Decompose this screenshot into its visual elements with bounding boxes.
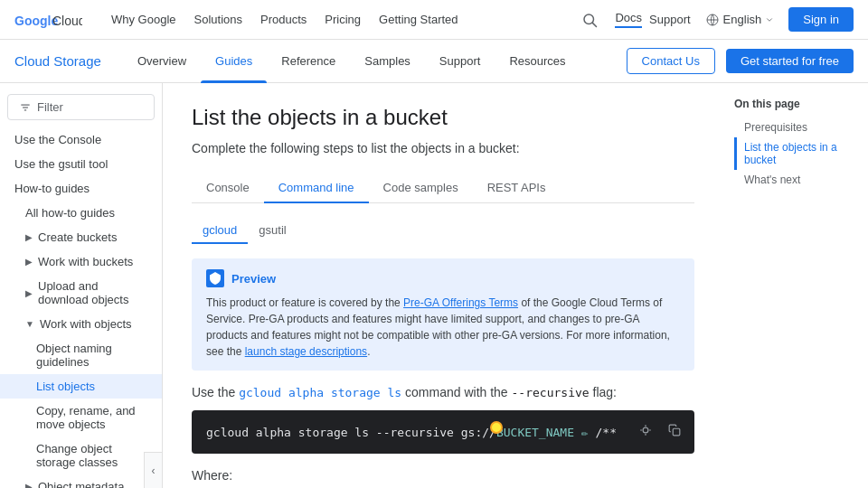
google-cloud-logo[interactable]: Google Cloud: [14, 9, 82, 31]
sidebar-item-label: List objects: [36, 380, 95, 393]
chevron-down-icon: ▼: [25, 319, 34, 329]
sidebar-item-label: Object metadata: [38, 480, 124, 488]
sidebar-item-object-naming[interactable]: Object naming guidelines: [0, 336, 162, 374]
toc-whats-next[interactable]: What's next: [734, 170, 857, 190]
preview-box: Preview This product or feature is cover…: [192, 258, 694, 371]
sidebar-item-label: Object naming guidelines: [36, 342, 147, 369]
chevron-right-icon: ▶: [25, 288, 33, 298]
top-nav-links: Why Google Solutions Products Pricing Ge…: [104, 0, 571, 40]
support-link[interactable]: Support: [649, 13, 691, 26]
svg-line-3: [593, 23, 597, 26]
where-label: Where:: [192, 468, 694, 483]
nav-overview[interactable]: Overview: [123, 40, 201, 83]
toc-prerequisites[interactable]: Prerequisites: [734, 117, 857, 137]
sidebar-item-label: Change object storage classes: [36, 442, 147, 469]
content-tabs: Console Command line Code samples REST A…: [192, 174, 694, 203]
sidebar-filter[interactable]: Filter: [7, 94, 155, 120]
sub-tab-gsutil[interactable]: gsutil: [248, 218, 297, 244]
get-started-button[interactable]: Get started for free: [726, 49, 854, 73]
toc-title: On this page: [734, 98, 857, 110]
preview-label: Preview: [231, 272, 276, 286]
contact-us-button[interactable]: Contact Us: [627, 48, 715, 74]
tab-rest-apis[interactable]: REST APIs: [473, 174, 561, 203]
sidebar-item-change-storage[interactable]: Change object storage classes: [0, 436, 162, 474]
sidebar-item-work-objects[interactable]: ▼ Work with objects: [0, 312, 162, 336]
chevron-down-icon: [765, 15, 774, 24]
preview-header: Preview: [206, 269, 680, 287]
code-content: gcloud alpha storage ls --recursive gs:/…: [206, 426, 617, 439]
top-navigation: Google Cloud Why Google Solutions Produc…: [0, 0, 868, 40]
copy-button[interactable]: [662, 418, 687, 443]
sidebar-item-label: All how-to guides: [25, 206, 115, 220]
toc-list-objects[interactable]: List the objects in a bucket: [734, 137, 857, 170]
nav-solutions[interactable]: Solutions: [187, 0, 250, 40]
nav-products[interactable]: Products: [253, 0, 314, 40]
product-nav-links: Overview Guides Reference Samples Suppor…: [123, 40, 627, 83]
product-navigation: Cloud Storage Overview Guides Reference …: [0, 40, 868, 83]
chevron-right-icon: ▶: [25, 257, 33, 267]
sidebar-item-list-objects[interactable]: List objects: [0, 374, 162, 399]
svg-text:Cloud: Cloud: [52, 14, 82, 28]
sidebar-item-create-buckets[interactable]: ▶ Create buckets: [0, 225, 162, 249]
filter-icon: [19, 101, 32, 114]
page-subtitle: Complete the following steps to list the…: [192, 141, 694, 155]
sidebar-item-all-howto[interactable]: All how-to guides: [0, 201, 162, 225]
sidebar-item-work-buckets[interactable]: ▶ Work with buckets: [0, 249, 162, 274]
sidebar-item-label: How-to guides: [14, 182, 90, 195]
sidebar-item-use-console[interactable]: Use the Console: [0, 127, 162, 152]
nav-resources[interactable]: Resources: [495, 40, 580, 83]
nav-getting-started[interactable]: Getting Started: [372, 0, 465, 40]
tab-console[interactable]: Console: [192, 174, 264, 203]
tab-code-samples[interactable]: Code samples: [369, 174, 473, 203]
sidebar-item-gsutil[interactable]: Use the gsutil tool: [0, 152, 162, 176]
launch-stage-link[interactable]: launch stage descriptions: [245, 345, 367, 358]
main-layout: Filter Use the Console Use the gsutil to…: [0, 83, 868, 488]
sidebar-collapse-button[interactable]: ‹: [144, 452, 162, 488]
chevron-right-icon: ▶: [25, 232, 33, 242]
product-title[interactable]: Cloud Storage: [14, 53, 101, 69]
gcloud-command: gcloud alpha storage ls: [239, 386, 401, 399]
dark-mode-button[interactable]: [633, 418, 658, 443]
tab-command-line[interactable]: Command line: [264, 174, 369, 203]
nav-pricing[interactable]: Pricing: [317, 0, 368, 40]
search-button[interactable]: [571, 2, 608, 38]
nav-samples[interactable]: Samples: [350, 40, 425, 83]
sidebar-item-object-metadata[interactable]: ▶ Object metadata: [0, 474, 162, 488]
sidebar-item-label: Upload and download objects: [38, 279, 147, 306]
sidebar-item-label: Copy, rename, and move objects: [36, 404, 147, 431]
sidebar-item-copy-rename[interactable]: Copy, rename, and move objects: [0, 399, 162, 436]
sign-in-button[interactable]: Sign in: [788, 7, 854, 32]
bucket-name-placeholder: BUCKET_NAME: [496, 426, 574, 439]
preview-icon: [206, 269, 224, 287]
filter-label: Filter: [37, 100, 63, 114]
flag-text: --recursive: [512, 386, 590, 399]
main-content: List the objects in a bucket Complete th…: [163, 83, 723, 488]
nav-guides[interactable]: Guides: [201, 40, 267, 83]
sidebar-item-label: Create buckets: [38, 230, 117, 244]
pre-ga-terms-link[interactable]: Pre-GA Offerings Terms: [403, 296, 518, 309]
language-label: English: [723, 13, 762, 26]
docs-link[interactable]: Docs: [615, 11, 642, 28]
sidebar-item-label: Work with buckets: [38, 255, 133, 268]
code-block: gcloud alpha storage ls --recursive gs:/…: [192, 410, 694, 454]
sub-tabs: gcloud gsutil: [192, 218, 694, 244]
second-nav-right: Contact Us Get started for free: [627, 48, 854, 74]
svg-rect-13: [673, 428, 680, 436]
where-section: Where: BUCKET_NAME is the name of the bu…: [192, 468, 694, 488]
command-description: Use the gcloud alpha storage ls command …: [192, 385, 694, 399]
table-of-contents: On this page Prerequisites List the obje…: [723, 83, 868, 488]
nav-support[interactable]: Support: [425, 40, 495, 83]
nav-reference[interactable]: Reference: [267, 40, 350, 83]
preview-text: This product or feature is covered by th…: [206, 295, 680, 360]
chevron-right-icon: ▶: [25, 482, 33, 488]
sidebar-item-upload-download[interactable]: ▶ Upload and download objects: [0, 274, 162, 312]
sidebar: Filter Use the Console Use the gsutil to…: [0, 83, 163, 488]
sidebar-item-label: Use the Console: [14, 133, 101, 146]
code-actions: [633, 418, 687, 443]
language-selector[interactable]: English: [698, 9, 782, 31]
page-title: List the objects in a bucket: [192, 105, 694, 130]
nav-why-google[interactable]: Why Google: [104, 0, 184, 40]
sidebar-item-label: Use the gsutil tool: [14, 157, 108, 171]
sub-tab-gcloud[interactable]: gcloud: [192, 218, 248, 244]
sidebar-item-howto[interactable]: How-to guides: [0, 176, 162, 201]
